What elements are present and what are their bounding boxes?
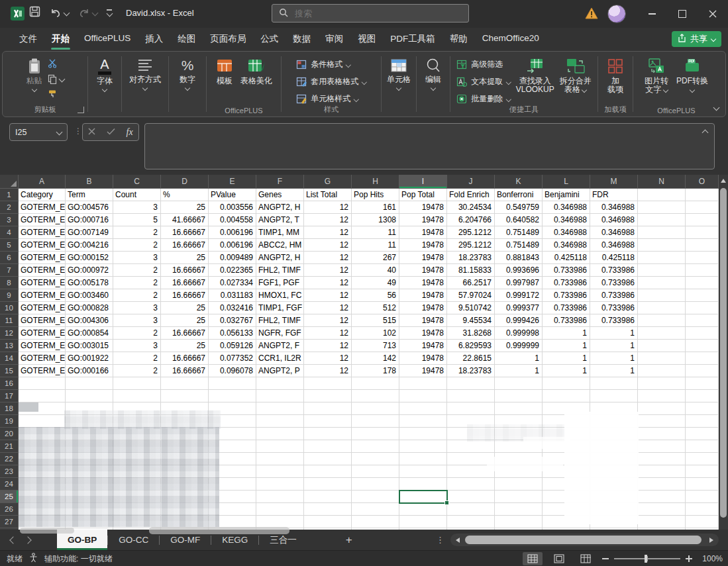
cell-N2[interactable]: [638, 201, 686, 214]
cell-N7[interactable]: [638, 264, 686, 277]
cell-O10[interactable]: [686, 302, 719, 314]
cell-G26[interactable]: [304, 503, 352, 516]
cell-O13[interactable]: [686, 340, 719, 352]
row-header-17[interactable]: 17: [0, 390, 19, 402]
ribbon-tab-帮助[interactable]: 帮助: [442, 28, 475, 50]
cell-J12[interactable]: 31.8268: [447, 327, 495, 340]
column-header-N[interactable]: N: [638, 175, 686, 189]
cell-D6[interactable]: 25: [161, 252, 209, 264]
cell-O26[interactable]: [686, 503, 719, 516]
cell-O21[interactable]: [686, 440, 719, 453]
cell-K3[interactable]: 0.640582: [495, 214, 543, 226]
cell-N3[interactable]: [638, 214, 686, 226]
cell-E11[interactable]: 0.032767: [209, 314, 256, 327]
cell-A3[interactable]: GOTERM_E: [19, 214, 66, 226]
cell-J6[interactable]: 18.23783: [447, 252, 495, 264]
cell-G21[interactable]: [304, 440, 352, 453]
cell-I2[interactable]: 19478: [399, 201, 447, 214]
page-layout-view-button[interactable]: [549, 552, 569, 565]
cell-K15[interactable]: 1: [495, 365, 543, 377]
cell-D9[interactable]: 16.66667: [161, 289, 209, 302]
cell-E2[interactable]: 0.003556: [209, 201, 256, 214]
name-box[interactable]: I25: [9, 123, 68, 141]
cell-D4[interactable]: 16.66667: [161, 226, 209, 239]
cell-I4[interactable]: 19478: [399, 226, 447, 239]
cell-G19[interactable]: [304, 415, 352, 428]
cell-D8[interactable]: 16.66667: [161, 277, 209, 289]
cell-L8[interactable]: 0.733986: [543, 277, 590, 289]
cell-G8[interactable]: 12: [304, 277, 352, 289]
cell-E12[interactable]: 0.056133: [209, 327, 256, 340]
row-header-26[interactable]: 26: [0, 503, 19, 516]
cell-B1[interactable]: Term: [66, 189, 113, 201]
ribbon-tab-公式[interactable]: 公式: [253, 28, 286, 50]
column-header-F[interactable]: F: [256, 175, 304, 189]
cell-D16[interactable]: [161, 377, 209, 390]
cell-E10[interactable]: 0.032416: [209, 302, 256, 314]
cell-G15[interactable]: 12: [304, 365, 352, 377]
cell-N27[interactable]: [638, 516, 686, 528]
cell-N14[interactable]: [638, 352, 686, 365]
cell-J27[interactable]: [447, 516, 495, 528]
cell-G3[interactable]: 12: [304, 214, 352, 226]
minimize-button[interactable]: [637, 0, 667, 28]
cell-G27[interactable]: [304, 516, 352, 528]
add-sheet-button[interactable]: +: [346, 534, 352, 547]
cell-H3[interactable]: 1308: [352, 214, 399, 226]
cell-H10[interactable]: 512: [352, 302, 399, 314]
cell-K10[interactable]: 0.999377: [495, 302, 543, 314]
cancel-icon[interactable]: [88, 127, 95, 137]
cell-M14[interactable]: 1: [590, 352, 638, 365]
copy-button[interactable]: [48, 73, 64, 84]
format-painter-button[interactable]: [48, 89, 64, 99]
cell-D3[interactable]: 41.66667: [161, 214, 209, 226]
cell-C12[interactable]: 2: [113, 327, 161, 340]
cell-H2[interactable]: 161: [352, 201, 399, 214]
cell-A8[interactable]: GOTERM_E: [19, 277, 66, 289]
cell-F5[interactable]: ABCC2, HM: [256, 239, 304, 252]
ribbon-tab-页面布局[interactable]: 页面布局: [203, 28, 253, 50]
page-break-view-button[interactable]: [576, 552, 596, 565]
cell-E17[interactable]: [209, 390, 256, 402]
cell-N10[interactable]: [638, 302, 686, 314]
cell-C6[interactable]: 3: [113, 252, 161, 264]
cell-O23[interactable]: [686, 465, 719, 478]
insert-function-icon[interactable]: fx: [127, 127, 133, 138]
cell-L17[interactable]: [543, 390, 590, 402]
column-header-L[interactable]: L: [543, 175, 590, 189]
cell-A13[interactable]: GOTERM_E: [19, 340, 66, 352]
formula-bar-collapse-icon[interactable]: [702, 130, 709, 136]
cell-I20[interactable]: [399, 428, 447, 440]
cell-E3[interactable]: 0.004558: [209, 214, 256, 226]
row-header-22[interactable]: 22: [0, 453, 19, 465]
row-header-1[interactable]: 1: [0, 189, 19, 201]
cell-F25[interactable]: [256, 491, 304, 503]
row-header-16[interactable]: 16: [0, 377, 19, 390]
cell-J18[interactable]: [447, 402, 495, 415]
cell-O18[interactable]: [686, 402, 719, 415]
row-header-27[interactable]: 27: [0, 516, 19, 528]
cell-I27[interactable]: [399, 516, 447, 528]
cell-N5[interactable]: [638, 239, 686, 252]
cell-D17[interactable]: [161, 390, 209, 402]
cell-N15[interactable]: [638, 365, 686, 377]
cell-N8[interactable]: [638, 277, 686, 289]
cell-B10[interactable]: GO:000828: [66, 302, 113, 314]
cell-H9[interactable]: 56: [352, 289, 399, 302]
cell-K17[interactable]: [495, 390, 543, 402]
cell-G7[interactable]: 12: [304, 264, 352, 277]
cell-I12[interactable]: 19478: [399, 327, 447, 340]
cell-F23[interactable]: [256, 465, 304, 478]
excel-app-icon[interactable]: [11, 7, 25, 21]
cell-D12[interactable]: 16.66667: [161, 327, 209, 340]
share-button[interactable]: 共享: [672, 31, 721, 47]
cell-K25[interactable]: [495, 491, 543, 503]
cell-F21[interactable]: [256, 440, 304, 453]
cell-C9[interactable]: 2: [113, 289, 161, 302]
cell-G25[interactable]: [304, 491, 352, 503]
save-icon[interactable]: [29, 6, 40, 19]
cell-G23[interactable]: [304, 465, 352, 478]
cell-B2[interactable]: GO:004576: [66, 201, 113, 214]
row-header-15[interactable]: 15: [0, 365, 19, 377]
cell-G10[interactable]: 12: [304, 302, 352, 314]
